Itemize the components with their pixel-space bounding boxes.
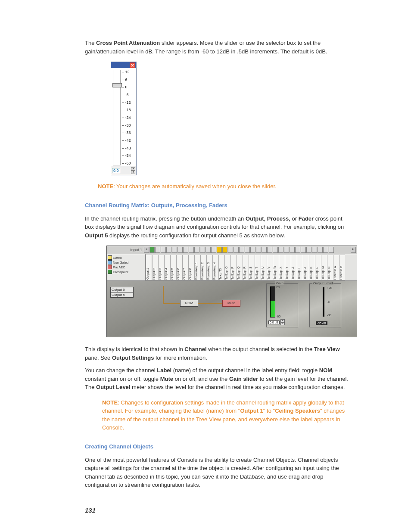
column-header-button[interactable]: Telco TX: [218, 255, 224, 280]
gain-slider[interactable]: [270, 286, 275, 317]
column-header-button[interactable]: PowerAmp 1: [194, 255, 200, 280]
scroll-left-icon[interactable]: ◂: [144, 247, 149, 253]
crosspoint-cell[interactable]: [234, 247, 239, 253]
crosspoint-cell[interactable]: [306, 247, 311, 253]
crosspoint-cell[interactable]: [222, 247, 227, 253]
gain-panel: Gain 20 -65 0.0 dB ▴ ▾: [266, 283, 298, 327]
column-header-button[interactable]: To Exp. Z: [291, 255, 297, 280]
crosspoint-cell[interactable]: [183, 247, 188, 253]
column-header-button[interactable]: To Exp. R: [243, 255, 249, 280]
column-header-button[interactable]: To Exp. N: [327, 255, 333, 280]
text: Label: [157, 367, 171, 373]
crosspoint-cell[interactable]: [245, 247, 250, 253]
tick-label: -54: [122, 153, 134, 158]
column-header-button[interactable]: Process B: [339, 255, 345, 280]
crosspoint-cell[interactable]: [318, 247, 323, 253]
crosspoint-cell[interactable]: [211, 247, 216, 253]
column-header-button[interactable]: To Exp. M: [321, 255, 327, 280]
text: meter shows the level for the channel in…: [130, 384, 345, 390]
column-header-button[interactable]: Process A: [333, 255, 339, 280]
crosspoint-cell[interactable]: [290, 247, 295, 253]
column-header-button[interactable]: Output 1: [146, 255, 152, 280]
column-header-button[interactable]: Output 2: [152, 255, 158, 280]
nom-toggle[interactable]: NOM: [180, 300, 198, 307]
crosspoint-cell[interactable]: [217, 247, 222, 253]
column-header-button[interactable]: Output 6: [176, 255, 182, 280]
crosspoint-cell[interactable]: [262, 247, 267, 253]
crosspoint-cell[interactable]: [149, 247, 155, 253]
column-header-button[interactable]: PowerAmp 3: [206, 255, 212, 280]
column-header-button[interactable]: PowerAmp 4: [212, 255, 218, 280]
note-autosave: NOTE: Your changes are automatically sav…: [98, 182, 352, 191]
column-header-button[interactable]: To Exp. I: [297, 255, 303, 280]
column-header-button[interactable]: To Exp. U: [261, 255, 267, 280]
gain-value-field[interactable]: 0.0 dB: [268, 320, 280, 324]
crosspoint-cell[interactable]: [323, 247, 328, 253]
crosspoint-cell[interactable]: [206, 247, 211, 253]
crosspoint-cell[interactable]: [177, 247, 183, 253]
scroll-right-icon[interactable]: ▸: [351, 247, 356, 253]
column-header-button[interactable]: To Exp. V: [267, 255, 273, 280]
slider-value-field[interactable]: 0.0: [112, 168, 120, 173]
scale-mid: -5: [327, 300, 332, 303]
crosspoint-cell[interactable]: [312, 247, 317, 253]
column-header-button[interactable]: To Exp. Y: [285, 255, 291, 280]
slider-handle[interactable]: [112, 83, 122, 87]
crosspoint-cell[interactable]: [239, 247, 244, 253]
text: Channel: [184, 346, 206, 352]
column-header-button[interactable]: To Exp. W: [273, 255, 279, 280]
slider-stepper[interactable]: ▴ ▾: [131, 167, 135, 174]
crosspoint-cell[interactable]: [301, 247, 306, 253]
tick-label: -24: [122, 115, 134, 120]
routing-paragraph: In the channel routing matrix, pressing …: [85, 215, 352, 240]
column-header-button[interactable]: To Exp. Q: [237, 255, 243, 280]
text: Fader: [299, 215, 314, 222]
column-header-button[interactable]: To Exp. T: [255, 255, 261, 280]
crosspoint-cell[interactable]: [155, 247, 160, 253]
column-header-button[interactable]: Output 7: [182, 255, 188, 280]
crosspoint-cell[interactable]: [172, 247, 177, 253]
column-header-button[interactable]: Output 5: [170, 255, 176, 280]
crosspoint-cell[interactable]: [267, 247, 272, 253]
crosspoint-cell[interactable]: [256, 247, 261, 253]
stepper-up-icon[interactable]: ▴: [131, 167, 135, 171]
crosspoint-cell[interactable]: [194, 247, 199, 253]
column-header-button[interactable]: To Exp. P: [230, 255, 237, 280]
crosspoint-cell[interactable]: [161, 247, 166, 253]
tick-label: -6: [122, 93, 134, 97]
column-header-button[interactable]: To Exp. K: [309, 255, 315, 280]
text: on or off; and use the: [173, 376, 229, 382]
crosspoint-cell[interactable]: [228, 247, 233, 253]
gain-stepper[interactable]: ▴ ▾: [280, 319, 285, 325]
legend-swatch: [108, 255, 112, 260]
stepper-down-icon[interactable]: ▾: [131, 171, 135, 174]
crosspoint-cell[interactable]: [166, 247, 171, 253]
crosspoint-cell[interactable]: [250, 247, 255, 253]
stepper-down-icon[interactable]: ▾: [280, 322, 285, 325]
column-header-button[interactable]: Output 4: [164, 255, 170, 280]
column-header-button[interactable]: To Exp. J: [303, 255, 309, 280]
tick-label: -30: [122, 123, 134, 128]
mute-toggle[interactable]: Mute: [222, 300, 240, 307]
column-header-button[interactable]: Output 8: [188, 255, 194, 280]
tick-label: -36: [122, 131, 134, 135]
crosspoint-cell[interactable]: [295, 247, 300, 253]
output-level-value: -30 dB: [316, 321, 327, 325]
crosspoint-cell[interactable]: [329, 247, 334, 253]
column-header-button[interactable]: To Exp. X: [279, 255, 285, 280]
slider-track[interactable]: [113, 70, 121, 165]
column-header-button[interactable]: PowerAmp 2: [200, 255, 206, 280]
column-header-button[interactable]: To Exp. L: [315, 255, 321, 280]
crosspoint-cell[interactable]: [189, 247, 194, 253]
text: NOM: [319, 367, 332, 373]
column-header-button[interactable]: To Exp. O: [224, 255, 230, 280]
crosspoint-cell[interactable]: [278, 247, 283, 253]
text: constant gain on or off; toggle: [85, 376, 160, 382]
column-header-button[interactable]: Output 3: [158, 255, 164, 280]
close-button[interactable]: [130, 62, 135, 68]
column-header-button[interactable]: To Exp. S: [249, 255, 255, 280]
crosspoint-cell[interactable]: [284, 247, 289, 253]
crosspoint-cell[interactable]: [273, 247, 278, 253]
output-label-field[interactable]: Output 5: [110, 292, 134, 298]
crosspoint-cell[interactable]: [200, 247, 205, 253]
